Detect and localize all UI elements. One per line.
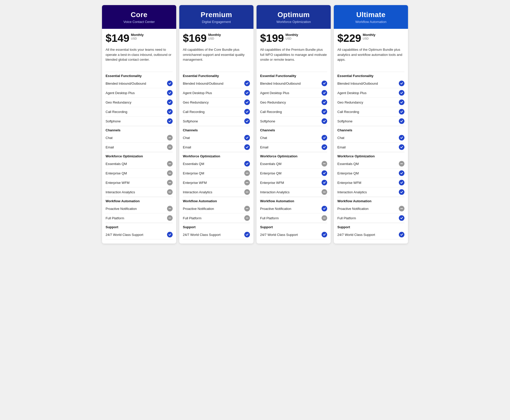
plan-name: Optimum [261,11,327,19]
plan-body: $149 Monthly USD All the essential tools… [102,29,176,244]
section-label: Support [337,223,404,230]
feature-name: Email [183,145,244,149]
price-currency: USD [131,37,144,40]
plan-card-premium: Premium Digital Engagement $169 Monthly … [179,5,253,244]
feature-row: Full Platform [183,213,250,223]
feature-name: Geo Redundancy [337,100,399,104]
check-excluded-icon [244,180,250,185]
check-included-icon [167,232,173,237]
price-amount: $199 [260,33,284,44]
feature-row: 24/7 World Class Support [183,230,250,239]
check-excluded-icon [167,189,173,195]
feature-name: Agent Desktop Plus [260,91,322,95]
feature-row: Softphone [183,117,250,126]
feature-name: Essentials QM [337,162,399,166]
feature-name: Proactive Notification [183,207,244,211]
feature-name: Full Platform [337,216,399,220]
check-excluded-icon [167,215,173,221]
section-label: Channels [183,126,250,133]
check-excluded-icon [322,161,327,167]
price-meta: Monthly USD [285,33,298,41]
price-meta: Monthly USD [131,33,144,41]
feature-name: Full Platform [260,216,322,220]
check-included-icon [244,99,250,105]
feature-row: Essentials QM [106,159,173,169]
feature-name: Geo Redundancy [260,100,322,104]
check-excluded-icon [322,215,327,221]
price-row: $199 Monthly USD [260,33,327,44]
feature-row: Softphone [337,117,404,126]
feature-name: Call Recording [183,110,244,114]
feature-row: Geo Redundancy [106,98,173,107]
check-included-icon [167,109,173,114]
feature-row: Full Platform [106,213,173,223]
price-amount: $149 [106,33,129,44]
feature-row: Geo Redundancy [337,98,404,107]
feature-name: 24/7 World Class Support [337,233,399,237]
price-meta: Monthly USD [208,33,221,41]
feature-row: Chat [337,133,404,143]
check-excluded-icon [167,206,173,211]
check-included-icon [167,118,173,124]
plan-subtitle: Digital Engagement [183,20,249,24]
feature-name: Blended Inbound/Outbound [106,82,167,85]
check-excluded-icon [167,180,173,185]
check-included-icon [167,81,173,86]
plan-header: Optimum Workforce Optimization [257,5,331,29]
feature-row: Email [337,143,404,152]
feature-row: 24/7 World Class Support [106,230,173,239]
section-label: Channels [260,126,327,133]
price-meta: Monthly USD [363,33,375,41]
plan-name: Ultimate [338,11,404,19]
feature-row: Interaction Analytics [183,187,250,197]
feature-name: Interaction Analytics [260,190,322,194]
feature-row: Chat [183,133,250,143]
check-included-icon [244,118,250,124]
feature-row: 24/7 World Class Support [337,230,404,239]
check-included-icon [322,99,327,105]
feature-row: Interaction Analytics [337,187,404,197]
feature-name: Agent Desktop Plus [337,91,399,95]
pricing-grid: Core Voice Contact Center $149 Monthly U… [102,5,408,244]
feature-name: Enterprise QM [183,171,244,175]
feature-row: Essentials QM [183,159,250,169]
feature-row: Full Platform [337,213,404,223]
feature-name: Call Recording [260,110,322,114]
check-included-icon [399,99,404,105]
feature-row: Call Recording [337,107,404,117]
plan-card-ultimate: Ultimate Workflow Automation $229 Monthl… [334,5,408,244]
plan-description: All the essential tools your teams need … [106,47,173,68]
check-included-icon [399,189,404,195]
feature-name: Email [337,145,399,149]
feature-name: Essentials QM [106,162,167,166]
feature-row: Proactive Notification [106,204,173,213]
feature-name: Softphone [337,119,399,123]
feature-row: 24/7 World Class Support [260,230,327,239]
check-included-icon [322,206,327,211]
check-included-icon [399,135,404,141]
feature-name: Enterprise WFM [337,181,399,185]
check-included-icon [322,144,327,150]
feature-name: Email [106,145,167,149]
plan-body: $229 Monthly USD All capabilities of the… [334,29,408,244]
check-included-icon [244,161,250,167]
check-excluded-icon [244,170,250,176]
plan-card-core: Core Voice Contact Center $149 Monthly U… [102,5,176,244]
check-included-icon [244,232,250,237]
feature-row: Call Recording [183,107,250,117]
check-excluded-icon [244,189,250,195]
check-excluded-icon [167,135,173,141]
section-label: Workforce Optimization [106,152,173,159]
section-label: Channels [106,126,173,133]
feature-name: Softphone [260,119,322,123]
feature-row: Agent Desktop Plus [106,88,173,98]
feature-name: Proactive Notification [337,207,399,211]
check-included-icon [322,180,327,185]
check-included-icon [322,170,327,176]
plan-body: $169 Monthly USD All capabilities of the… [179,29,253,244]
check-included-icon [399,118,404,124]
feature-name: Blended Inbound/Outbound [337,82,399,85]
section-label: Workflow Automation [106,197,173,204]
feature-name: Blended Inbound/Outbound [260,82,322,85]
check-included-icon [167,99,173,105]
